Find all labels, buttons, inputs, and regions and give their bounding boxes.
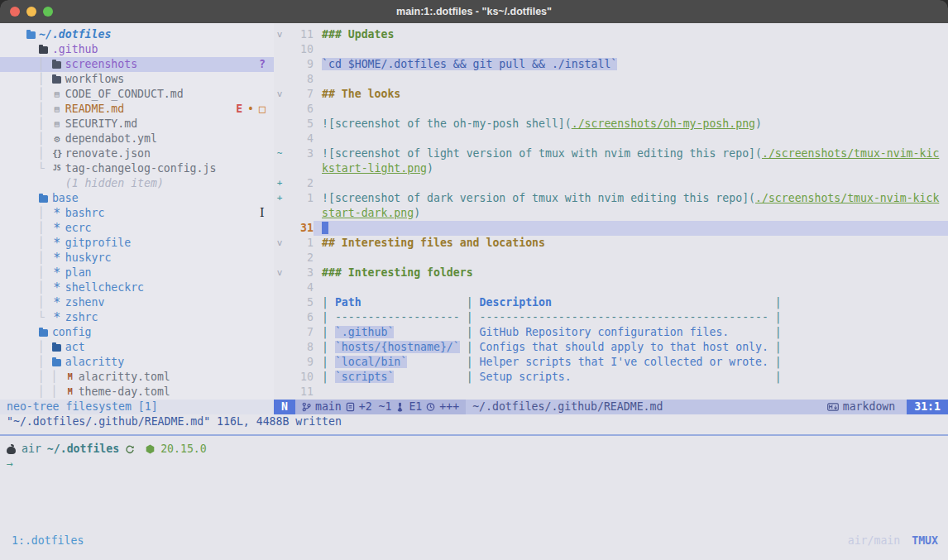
tree-item-workflows[interactable]: │ workflows <box>0 72 274 87</box>
tree-item-screenshots[interactable]: │ screenshots? <box>0 57 274 72</box>
tree-item-1-hidden-item[interactable]: (1 hidden item) <box>0 176 274 191</box>
tree-item-label: huskyrc <box>65 251 112 266</box>
line-segment: ) <box>414 207 420 219</box>
filetype-label: markdown <box>843 400 896 414</box>
tree-item-label: plan <box>65 266 92 280</box>
tree-item-code-of-conduct-md[interactable]: │ ▤CODE_OF_CONDUCT.md <box>0 87 274 102</box>
shell-pane[interactable]: air ~/.dotfiles 20.15.0 → <box>0 442 948 471</box>
tree-item-label: SECURITY.md <box>65 117 137 132</box>
editor-line[interactable]: v1## Interesting files and locations <box>274 236 948 251</box>
prompt-arrow[interactable]: → <box>0 457 948 471</box>
editor-line[interactable]: 4 <box>274 280 948 295</box>
editor-line[interactable]: 8 <box>274 72 948 87</box>
editor-line[interactable]: 10| `scripts` | Setup scripts. | <box>274 370 948 385</box>
star-icon: * <box>51 251 63 266</box>
indent-guide: │ <box>25 295 51 310</box>
diagnostics-count: E1 <box>409 400 422 414</box>
mouse-cursor-ibeam: I <box>260 206 265 219</box>
titlebar[interactable]: main:1:.dotfiles - "ks~/.dotfiles" <box>0 0 948 23</box>
line-number: 11 <box>285 385 314 400</box>
editor-line[interactable]: 10 <box>274 42 948 57</box>
tree-item-base[interactable]: base <box>0 191 274 206</box>
md-icon: ▤ <box>51 87 63 102</box>
markdown-icon <box>827 403 839 411</box>
tree-item-gitprofile[interactable]: │ *gitprofile <box>0 236 274 251</box>
line-number: 1 <box>285 191 314 206</box>
tree-item-act[interactable]: │ act <box>0 340 274 355</box>
editor-line[interactable]: kstart-light.png) <box>274 161 948 176</box>
editor-line[interactable]: 6| ------------------- | ---------------… <box>274 310 948 325</box>
line-text <box>314 72 948 87</box>
tree-item-zshenv[interactable]: │ *zshenv <box>0 295 274 310</box>
braces-icon: {} <box>51 146 63 161</box>
editor-line[interactable]: 6 <box>274 102 948 117</box>
editor-line[interactable]: 8| `hosts/{hostname}/` | Configs that sh… <box>274 340 948 355</box>
editor-line[interactable]: 9`cd $HOME/.dotfiles && git pull && ./in… <box>274 57 948 72</box>
fold-gutter <box>274 295 285 310</box>
editor-pane[interactable]: v11### Updates109`cd $HOME/.dotfiles && … <box>274 23 948 404</box>
fold-gutter <box>274 370 285 385</box>
line-segment: | <box>552 296 782 309</box>
line-number: 3 <box>285 146 314 161</box>
tree-item-github[interactable]: .github <box>0 42 274 57</box>
tree-item-readme-md[interactable]: │ ▤README.mdE•□ <box>0 102 274 117</box>
editor-line[interactable]: 9| `local/bin` | Helper scripts that I'v… <box>274 355 948 370</box>
editor-line[interactable]: 11 <box>274 385 948 400</box>
tree-item-label: gitprofile <box>65 236 131 251</box>
line-number: 31 <box>285 221 314 236</box>
editor-line[interactable]: 7| `.github` | GitHub Repository configu… <box>274 325 948 340</box>
status-marks: E•□ <box>236 102 274 117</box>
editor-line[interactable]: v3### Interesting folders <box>274 266 948 280</box>
line-number: 8 <box>285 340 314 355</box>
line-segment: ) <box>427 162 433 175</box>
tree-item-alacritty-toml[interactable]: │ │ Malacritty.toml <box>0 370 274 385</box>
folder-shape <box>39 46 48 54</box>
line-segment: | <box>768 356 782 368</box>
git-branch-name: main <box>315 400 342 414</box>
tmux-window-label[interactable]: 1:.dotfiles <box>0 533 84 549</box>
tree-item-dotfiles[interactable]: ~/.dotfiles <box>0 27 274 42</box>
folder-icon <box>25 27 36 42</box>
fold-gutter <box>274 206 285 221</box>
tree-item-label: config <box>52 325 92 340</box>
tree-item-theme-day-toml[interactable]: │ │ Mtheme-day.toml <box>0 385 274 400</box>
line-segment: ### Interesting folders <box>322 266 473 279</box>
line-text: ### Interesting folders <box>314 266 948 280</box>
editor-line[interactable]: 5| Path | Description | <box>274 295 948 310</box>
line-text: ## The looks <box>314 87 948 102</box>
tree-item-alacritty[interactable]: │ alacritty <box>0 355 274 370</box>
tree-item-bashrc[interactable]: │ *bashrc <box>0 206 274 221</box>
tree-item-tag-changelog-config-js[interactable]: └ JStag-changelog-config.js <box>0 161 274 176</box>
tree-item-plan[interactable]: │ *plan <box>0 266 274 280</box>
line-number: 8 <box>285 72 314 87</box>
terminal-content: ~/.dotfiles .github │ screenshots? │ wor… <box>0 23 948 560</box>
editor-line[interactable]: +1![screenshot of dark version of tmux w… <box>274 191 948 206</box>
editor-line[interactable]: 2 <box>274 251 948 266</box>
line-segment: `scripts` <box>335 371 394 383</box>
tmux-pane-border[interactable] <box>0 434 948 436</box>
tree-item-huskyrc[interactable]: │ *huskyrc <box>0 251 274 266</box>
editor-line[interactable]: ~3![screenshot of light version of tmux … <box>274 146 948 161</box>
tree-item-security-md[interactable]: │ ▤SECURITY.md <box>0 117 274 132</box>
tmux-statusbar: 1:.dotfiles air/main TMUX <box>0 533 948 549</box>
tree-item-shellcheckrc[interactable]: │ *shellcheckrc <box>0 280 274 295</box>
sync-icon <box>125 444 135 455</box>
tree-item-label: zshrc <box>65 310 98 325</box>
tree-item-dependabot-yml[interactable]: │ ⚙dependabot.yml <box>0 132 274 146</box>
indent-guide: │ │ <box>25 385 65 400</box>
editor-line[interactable]: v7## The looks <box>274 87 948 102</box>
tree-item-zshrc[interactable]: └ *zshrc <box>0 310 274 325</box>
tree-item-config[interactable]: config <box>0 325 274 340</box>
editor-line[interactable]: 4 <box>274 132 948 146</box>
editor-line[interactable]: 31 <box>274 221 948 236</box>
editor-line[interactable]: +2 <box>274 176 948 191</box>
editor-line[interactable]: start-dark.png) <box>274 206 948 221</box>
line-text: kstart-light.png) <box>314 161 948 176</box>
indent-guide: │ <box>25 355 51 370</box>
editor-line[interactable]: 5![screenshot of the oh-my-posh shell](.… <box>274 117 948 132</box>
tree-item-ecrc[interactable]: │ *ecrc <box>0 221 274 236</box>
fold-gutter <box>274 57 285 72</box>
editor-line[interactable]: v11### Updates <box>274 27 948 42</box>
tree-item-renovate-json[interactable]: │ {}renovate.json <box>0 146 274 161</box>
fold-gutter <box>274 42 285 57</box>
